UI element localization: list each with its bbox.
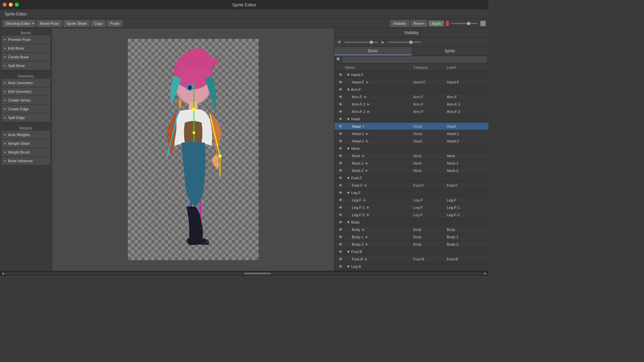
canvas-area[interactable] (52, 28, 334, 271)
vis-slider-left-thumb[interactable] (370, 41, 373, 44)
create-edge-button[interactable]: ✦ Create Edge (1, 105, 50, 113)
table-row[interactable]: 👁 Arm-F-2 ▶ Arm-F Arm-F-2 (334, 108, 488, 115)
eye-toggle[interactable]: 👁 (336, 110, 345, 114)
eye-toggle[interactable]: 👁 (336, 73, 345, 77)
scroll-thumb[interactable] (244, 273, 271, 275)
eye-toggle[interactable]: 👁 (336, 161, 345, 165)
create-vertex-button[interactable]: ✦ Create Vertex (1, 96, 50, 104)
table-row[interactable]: 👁 ▼ Arm-F (334, 86, 488, 93)
search-input[interactable] (342, 57, 486, 63)
table-row[interactable]: 👁 ▼ Leg-B (334, 263, 488, 270)
eye-toggle[interactable]: 👁 (336, 169, 345, 173)
weight-slider-button[interactable]: ✦ Weight Slider (1, 139, 50, 147)
vis-slider-right-thumb[interactable] (409, 41, 413, 44)
table-row[interactable]: 👁 Leg-F-2 ▶ Leg-F Leg-F-2 (334, 211, 488, 219)
table-row[interactable]: 👁 ▼ Body (334, 219, 488, 226)
eye-toggle[interactable]: 👁 (336, 102, 345, 106)
weight-brush-button[interactable]: ✦ Weight Brush (1, 148, 50, 156)
split-edge-button[interactable]: ✦ Split Edge (1, 114, 50, 122)
revert-button[interactable]: Revert (411, 20, 427, 27)
scroll-right-arrow[interactable]: ▶ (484, 272, 487, 275)
eye-toggle[interactable]: 👁 (336, 80, 345, 84)
visibility-slider-right[interactable] (387, 42, 421, 43)
visibility-slider-left[interactable] (344, 42, 378, 43)
color-swatch[interactable] (446, 21, 449, 26)
bone-category: Neck (413, 161, 447, 165)
scroll-track[interactable] (4, 273, 484, 275)
auto-geometry-button[interactable]: ✦ Auto Geometry (1, 79, 50, 87)
table-row[interactable]: 👁 Neck-1 ▶ Neck Neck-1 (334, 160, 488, 167)
table-row[interactable]: 👁 Head-2 ▶ Head Head-2 (334, 137, 488, 145)
eye-toggle[interactable]: 👁 (336, 198, 345, 202)
table-row[interactable]: 👁 Hand-F ▶ Hand-F Hand-F (334, 78, 488, 86)
eye-toggle[interactable]: 👁 (336, 154, 345, 158)
edit-bone-button[interactable]: ✦ Edit Bone (1, 44, 50, 52)
split-bone-button[interactable]: ✦ Split Bone (1, 62, 50, 70)
table-row[interactable]: 👁 Head-1 ▶ Head Head-1 (334, 130, 488, 137)
eye-toggle[interactable]: 👁 (336, 183, 345, 187)
table-row[interactable]: 👁 Arm-F-1 ▶ Arm-F Arm-F-1 (334, 101, 488, 108)
bone-table[interactable]: 👁 ▼ Hand-F 👁 Hand-F ▶ Hand-F Hand-F 👁 ▼ … (334, 71, 488, 271)
visibility-button[interactable]: Visibility (390, 20, 410, 27)
eye-toggle[interactable]: 👁 (336, 146, 345, 150)
auto-weights-button[interactable]: ✦ Auto Weights (1, 131, 50, 139)
table-row[interactable]: 👁 ▼ Leg-F (334, 189, 488, 196)
eye-toggle[interactable]: 👁 (336, 264, 345, 268)
paste-button[interactable]: Paste (107, 20, 122, 27)
table-row[interactable]: 👁 ▼ Hand-F (334, 71, 488, 78)
bone-influence-button[interactable]: ✦ Bone Influence (1, 157, 50, 165)
eye-toggle[interactable]: 👁 (336, 250, 345, 254)
table-row[interactable]: 👁 Leg-F ▶ Leg-F Leg-F (334, 196, 488, 204)
table-row[interactable]: 👁 Body-1 ▶ Body Body-1 (334, 233, 488, 241)
eye-toggle[interactable]: 👁 (336, 139, 345, 143)
divider-1 (1, 71, 50, 71)
eye-toggle[interactable]: 👁 (336, 257, 345, 261)
table-row[interactable]: 👁 Leg-B ▶ Leg-B Leg-B (334, 270, 488, 271)
edit-geometry-button[interactable]: ✦ Edit Geometry (1, 87, 50, 96)
eye-toggle[interactable]: 👁 (336, 124, 345, 128)
table-row[interactable]: 👁 Foot-F ▶ Foot-F Foot-F (334, 182, 488, 189)
table-row[interactable]: 👁 Foot-B ▶ Foot-B Foot-B (334, 255, 488, 263)
search-row: 🔍 (334, 56, 488, 64)
skinning-editor-dropdown[interactable]: Skinning Editor (3, 20, 36, 27)
color-picker-icon[interactable] (480, 21, 486, 26)
eye-toggle[interactable]: 👁 (336, 205, 345, 209)
eye-toggle[interactable]: 👁 (336, 176, 345, 180)
tab-sprite[interactable]: Sprite (412, 47, 489, 55)
table-row[interactable]: 👁 ▼ Head (334, 115, 488, 123)
copy-button[interactable]: Copy (91, 20, 106, 27)
maximize-button[interactable] (15, 3, 19, 7)
eye-toggle[interactable]: 👁 (336, 95, 345, 99)
minimize-button[interactable] (9, 3, 13, 7)
table-row[interactable]: 👁 Neck ▶ Neck Neck (334, 152, 488, 160)
table-row[interactable]: 👁 Body-2 ▶ Body Body-2 (334, 241, 488, 248)
eye-toggle[interactable]: 👁 (336, 117, 345, 121)
table-row[interactable]: 👁 Arm-F ▶ Arm-F Arm-F (334, 93, 488, 101)
eye-toggle[interactable]: 👁 (336, 228, 345, 232)
table-row[interactable]: 👁 Leg-F-1 ▶ Leg-F Leg-F-1 (334, 204, 488, 211)
opacity-slider[interactable] (451, 23, 478, 24)
table-row[interactable]: 👁 Body ▶ Body Body (334, 226, 488, 233)
close-button[interactable] (3, 3, 7, 7)
eye-toggle[interactable]: 👁 (336, 87, 345, 92)
table-row[interactable]: 👁 ▼ Neck (334, 145, 488, 152)
eye-toggle[interactable]: 👁 (336, 242, 345, 246)
scroll-left-arrow[interactable]: ◀ (1, 272, 4, 275)
eye-toggle[interactable]: 👁 (336, 132, 345, 136)
table-row[interactable]: 👁 Head ▶ Head Head (334, 123, 488, 130)
apply-button[interactable]: Apply (429, 20, 444, 26)
eye-toggle[interactable]: 👁 (336, 191, 345, 195)
preview-pose-button[interactable]: ✦ Preview Pose (1, 36, 50, 44)
table-row[interactable]: 👁 ▼ Foot-F (334, 174, 488, 182)
tab-bone[interactable]: Bone (334, 47, 412, 55)
table-row[interactable]: 👁 Neck-2 ▶ Neck Neck-2 (334, 167, 488, 174)
opacity-slider-thumb[interactable] (467, 22, 470, 25)
create-bone-button[interactable]: ✦ Create Bone (1, 53, 50, 61)
table-row[interactable]: 👁 ▼ Foot-B (334, 248, 488, 255)
sprite-sheet-button[interactable]: Sprite Sheet (63, 20, 90, 27)
eye-toggle[interactable]: 👁 (336, 213, 345, 217)
bone-name: Neck-2 ▶ (345, 169, 413, 173)
eye-toggle[interactable]: 👁 (336, 220, 345, 224)
reset-pose-button[interactable]: Reset Pose (37, 20, 62, 27)
eye-toggle[interactable]: 👁 (336, 235, 345, 239)
